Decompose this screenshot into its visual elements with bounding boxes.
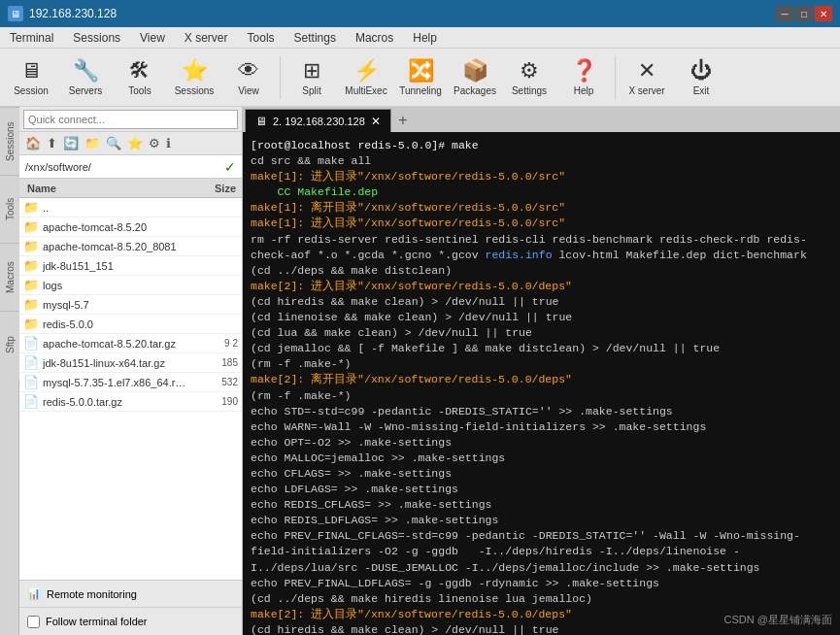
- menu-item-macros[interactable]: Macros: [346, 27, 403, 48]
- file-size: 185: [189, 357, 238, 368]
- tab-screen-icon: 🖥: [255, 115, 267, 128]
- servers-icon: 🔧: [73, 58, 99, 84]
- path-valid-icon: ✓: [224, 159, 236, 175]
- terminal-output[interactable]: [root@localhost redis-5.0.0]# make cd sr…: [243, 132, 840, 635]
- toolbar-button-split[interactable]: ⊞Split: [286, 52, 337, 103]
- packages-label: Packages: [454, 85, 496, 96]
- close-button[interactable]: ✕: [815, 6, 832, 21]
- home-button[interactable]: 🏠: [23, 135, 43, 151]
- title-bar: 🖥 192.168.230.128 ─ □ ✕: [0, 0, 840, 27]
- help-icon: ❓: [571, 58, 597, 84]
- list-item[interactable]: 📁..: [19, 198, 242, 217]
- list-item[interactable]: 📄jdk-8u151-linux-x64.tar.gz185: [19, 353, 242, 373]
- main-content: SessionsToolsMacrosSftp 🏠 ⬆ 🔄 📁 🔍 ⭐ ⚙ ℹ …: [0, 107, 840, 635]
- list-item[interactable]: 📄mysql-5.7.35-1.el7.x86_64.rp...532: [19, 373, 242, 392]
- menu-item-sessions[interactable]: Sessions: [63, 27, 130, 48]
- multiexec-icon: ⚡: [353, 58, 380, 84]
- file-name: apache-tomcat-8.5.20.tar.gz: [43, 338, 189, 350]
- list-item[interactable]: 📄redis-5.0.0.tar.gz190: [19, 392, 242, 412]
- create-folder-button[interactable]: 📁: [83, 135, 102, 151]
- toolbar-button-multiexec[interactable]: ⚡MultiExec: [341, 52, 391, 103]
- menu-item-x server[interactable]: X server: [175, 27, 238, 48]
- list-item[interactable]: 📁apache-tomcat-8.5.20: [19, 217, 242, 237]
- menu-item-help[interactable]: Help: [403, 27, 447, 48]
- toolbar-separator: [615, 56, 616, 99]
- split-icon: ⊞: [303, 58, 320, 84]
- packages-icon: 📦: [462, 58, 488, 84]
- sessions-label: Sessions: [175, 85, 215, 96]
- exit-icon: ⏻: [690, 58, 712, 84]
- file-name: jdk-8u151-linux-x64.tar.gz: [43, 357, 189, 369]
- file-toolbar: 🏠 ⬆ 🔄 📁 🔍 ⭐ ⚙ ℹ: [19, 132, 242, 155]
- list-item[interactable]: 📁logs: [19, 276, 242, 295]
- file-name: ..: [43, 202, 189, 214]
- list-item[interactable]: 📁jdk-8u151_151: [19, 256, 242, 276]
- settings-label: Settings: [512, 85, 547, 96]
- file-name: redis-5.0.0: [43, 318, 189, 330]
- folder-icon: 📁: [23, 239, 39, 253]
- current-path: /xnx/softwore/: [25, 161, 224, 173]
- toolbar-button-sessions[interactable]: ⭐Sessions: [169, 52, 219, 103]
- settings-button[interactable]: ⚙: [147, 135, 162, 151]
- toolbar-button-exit[interactable]: ⏻Exit: [676, 52, 726, 103]
- sidebar-tab-macros[interactable]: Macros: [0, 243, 19, 311]
- bookmark-button[interactable]: ⭐: [125, 135, 145, 151]
- folder-icon: 📁: [23, 200, 39, 215]
- info-button[interactable]: ℹ: [164, 135, 173, 151]
- column-size-header: Size: [193, 183, 242, 194]
- xserver-label: X server: [628, 85, 664, 96]
- menu-item-view[interactable]: View: [130, 27, 175, 48]
- tools-label: Tools: [128, 85, 151, 96]
- list-item[interactable]: 📁redis-5.0.0: [19, 315, 242, 334]
- help-label: Help: [574, 85, 594, 96]
- remote-monitoring-button[interactable]: 📊 Remote monitoring: [19, 581, 242, 608]
- filter-button[interactable]: 🔍: [104, 135, 123, 151]
- file-name: apache-tomcat-8.5.20_8081: [43, 241, 189, 252]
- list-item[interactable]: 📁apache-tomcat-8.5.20_8081: [19, 237, 242, 256]
- toolbar-button-view[interactable]: 👁View: [223, 52, 274, 103]
- follow-folder-row: Follow terminal folder: [19, 608, 242, 635]
- toolbar-button-settings[interactable]: ⚙Settings: [504, 52, 554, 103]
- servers-label: Servers: [69, 85, 102, 96]
- up-button[interactable]: ⬆: [45, 135, 59, 151]
- tab-label: 2. 192.168.230.128: [273, 116, 365, 127]
- view-label: View: [238, 85, 259, 96]
- list-item[interactable]: 📄apache-tomcat-8.5.20.tar.gz9 2: [19, 334, 242, 353]
- refresh-button[interactable]: 🔄: [61, 135, 81, 151]
- maximize-button[interactable]: □: [795, 6, 813, 21]
- quick-connect-input[interactable]: [23, 110, 238, 129]
- tunneling-label: Tunneling: [399, 85, 442, 96]
- tunneling-icon: 🔀: [408, 58, 434, 84]
- follow-folder-checkbox[interactable]: [27, 616, 40, 628]
- folder-icon: 📁: [23, 297, 39, 312]
- sessions-icon: ⭐: [182, 58, 208, 84]
- toolbar-button-packages[interactable]: 📦Packages: [450, 52, 500, 103]
- menu-item-settings[interactable]: Settings: [285, 27, 346, 48]
- file-name: jdk-8u151_151: [43, 260, 189, 272]
- file-icon: 📄: [23, 375, 39, 389]
- toolbar-button-tunneling[interactable]: 🔀Tunneling: [395, 52, 446, 103]
- file-size: 9 2: [189, 338, 238, 349]
- toolbar-button-servers[interactable]: 🔧Servers: [60, 52, 111, 103]
- file-size: 190: [189, 396, 238, 407]
- menu-item-tools[interactable]: Tools: [238, 27, 285, 48]
- minimize-button[interactable]: ─: [776, 6, 793, 21]
- terminal-tab-active[interactable]: 🖥 2. 192.168.230.128 ✕: [245, 109, 391, 132]
- toolbar-button-xserver[interactable]: ✕X server: [622, 52, 672, 103]
- exit-label: Exit: [693, 85, 710, 96]
- menu-item-terminal[interactable]: Terminal: [0, 27, 63, 48]
- toolbar: 🖥Session🔧Servers🛠Tools⭐Sessions👁View⊞Spl…: [0, 49, 840, 107]
- tab-close-button[interactable]: ✕: [371, 115, 381, 128]
- toolbar-button-help[interactable]: ❓Help: [558, 52, 609, 103]
- folder-icon: 📁: [23, 317, 39, 331]
- folder-icon: 📁: [23, 278, 39, 292]
- list-item[interactable]: 📁mysql-5.7: [19, 295, 242, 315]
- file-list-header: Name Size: [19, 179, 242, 198]
- sidebar-tab-tools[interactable]: Tools: [0, 175, 19, 243]
- sidebar-tab-sftp[interactable]: Sftp: [0, 311, 19, 379]
- tab-bar: 🖥 2. 192.168.230.128 ✕ +: [243, 107, 840, 132]
- toolbar-button-session[interactable]: 🖥Session: [6, 52, 56, 103]
- add-tab-button[interactable]: +: [391, 109, 415, 132]
- toolbar-button-tools[interactable]: 🛠Tools: [115, 52, 165, 103]
- sidebar-tab-sessions[interactable]: Sessions: [0, 107, 19, 175]
